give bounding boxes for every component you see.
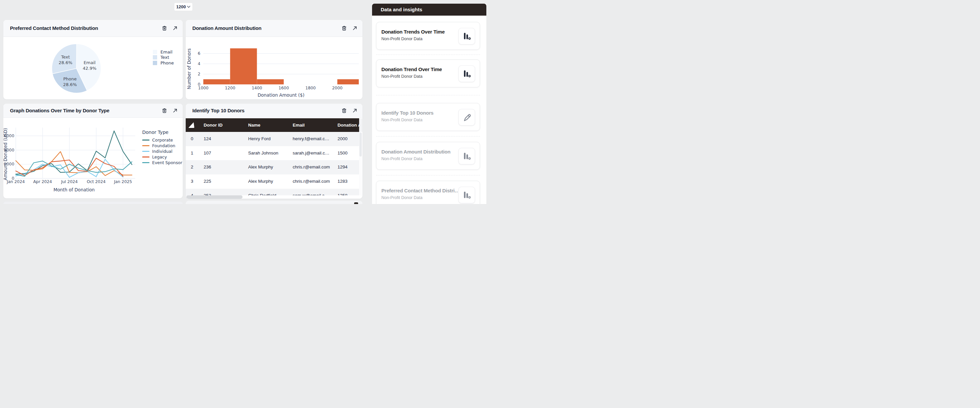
svg-text:1800: 1800	[305, 86, 316, 90]
expand-arrow-icon[interactable]	[172, 108, 178, 114]
legend-swatch	[153, 50, 157, 54]
svg-text:Oct 2024: Oct 2024	[87, 179, 106, 184]
line-legend: Donor Type CorporateFoundationIndividual…	[142, 129, 182, 166]
svg-text:Jan 2024: Jan 2024	[6, 179, 25, 184]
svg-text:Apr 2024: Apr 2024	[33, 179, 52, 184]
card-title: Identify Top 10 Donors	[186, 104, 363, 117]
svg-text:6: 6	[198, 51, 200, 56]
card-header: Preferred Contact Method Distribution	[3, 20, 183, 37]
trash-icon[interactable]	[341, 25, 347, 31]
svg-text:0: 0	[12, 176, 14, 181]
card-header: Donation Amount Distribution	[186, 20, 363, 37]
page-size-value: 1200	[177, 4, 186, 9]
edit-button[interactable]	[458, 109, 475, 126]
horizontal-scrollbar[interactable]	[186, 195, 362, 199]
legend-item: Phone	[153, 61, 174, 65]
insight-card-donation-trend[interactable]: Donation Trend Over Time Non-Profit Dono…	[376, 59, 480, 88]
legend-item: Email	[153, 49, 172, 54]
histogram-icon	[463, 32, 471, 41]
legend-item: Individual	[142, 148, 182, 154]
card-title: Preferred Contact Method Distribution	[3, 20, 183, 37]
legend-title: Donor Type	[142, 129, 182, 135]
legend-item: Foundation	[142, 143, 182, 148]
table-row[interactable]: 3 225 Alex Murphy chris.r@email.com 1283	[186, 174, 359, 189]
trash-icon[interactable]	[341, 108, 347, 114]
expand-arrow-icon[interactable]	[352, 25, 358, 31]
svg-text:2000: 2000	[332, 86, 342, 90]
column-header-donation-amount[interactable]: Donation Amount	[337, 118, 363, 132]
svg-text:Month of Donation: Month of Donation	[54, 187, 95, 192]
expand-arrow-icon[interactable]	[172, 25, 178, 31]
chart-type-button[interactable]	[458, 28, 475, 45]
line-chart-card: Graph Donations Over Time by Donor Type …	[3, 104, 183, 198]
table-row[interactable]: 1 107 Sarah Johnson sarah.j@email.c… 150…	[186, 146, 359, 161]
column-header-email[interactable]: Email	[293, 118, 305, 132]
chart-type-button[interactable]	[458, 148, 475, 164]
column-header-name[interactable]: Name	[248, 118, 261, 132]
page-size-select[interactable]: 1200	[174, 3, 192, 11]
pie-chart: Email42.9%Phone28.6%Text28.6%	[3, 37, 183, 99]
svg-text:1200: 1200	[225, 86, 235, 90]
legend-swatch	[153, 55, 157, 59]
card-header: Graph Donations Over Time by Donor Type	[3, 104, 183, 118]
insight-card-amount-distribution[interactable]: Donation Amount Distribution Non-Profit …	[376, 142, 480, 170]
trash-icon[interactable]	[161, 25, 167, 31]
card-header: Identify Top 10 Donors	[186, 104, 363, 118]
svg-text:Number of Donors: Number of Donors	[187, 48, 192, 89]
trash-icon[interactable]	[161, 108, 167, 114]
insight-card-contact-method[interactable]: Preferred Contact Method Distri… Non-Pro…	[376, 181, 480, 204]
expand-arrow-icon[interactable]	[352, 108, 358, 114]
svg-text:Amount Donated (USD): Amount Donated (USD)	[3, 128, 8, 180]
chevron-down-icon	[187, 6, 190, 8]
svg-text:1600: 1600	[278, 86, 289, 90]
table-row[interactable]: 0 124 Henry Ford henry.f@email.c… 2000	[186, 132, 359, 146]
donor-table-card: Identify Top 10 Donors Donor ID Name Ema…	[186, 104, 363, 199]
svg-text:4: 4	[198, 61, 200, 66]
partial-card-middle	[186, 201, 363, 204]
svg-text:1400: 1400	[252, 86, 262, 90]
chart-type-button[interactable]	[458, 65, 475, 82]
dashboard-page: 1200 Preferred Contact Method Distributi…	[0, 0, 490, 204]
svg-text:2: 2	[198, 72, 200, 76]
vertical-scrollbar[interactable]	[359, 132, 362, 196]
svg-text:Jul 2024: Jul 2024	[61, 179, 78, 184]
select-all-corner-icon[interactable]	[188, 122, 194, 128]
svg-text:Jan 2025: Jan 2025	[114, 179, 132, 184]
partial-trash-icon	[354, 202, 358, 204]
pencil-icon	[463, 113, 471, 122]
histogram-icon	[463, 69, 471, 78]
svg-text:Donation Amount ($): Donation Amount ($)	[258, 93, 305, 98]
histogram-icon	[463, 152, 471, 161]
svg-text:0: 0	[198, 82, 200, 87]
card-title: Graph Donations Over Time by Donor Type	[3, 104, 183, 117]
histogram-icon	[463, 191, 471, 199]
legend-item: Event Sponsor	[142, 160, 182, 166]
histogram-card: Donation Amount Distribution 10001200140…	[186, 20, 363, 99]
histogram-chart: 1000120014001600180020000246Number of Do…	[186, 37, 363, 99]
card-title: Donation Amount Distribution	[186, 20, 363, 37]
legend-item: Legacy	[142, 154, 182, 160]
column-header-donor-id[interactable]: Donor ID	[204, 118, 223, 132]
pie-chart-card: Preferred Contact Method Distribution Em…	[3, 20, 183, 99]
legend-item: Corporate	[142, 137, 182, 143]
insights-panel-header: Data and insights	[372, 4, 486, 16]
insight-card-top-donors[interactable]: Identify Top 10 Donors Non-Profit Donor …	[376, 103, 480, 131]
legend-item: Text	[153, 55, 169, 60]
insight-card-donation-trends[interactable]: Donation Trends Over Time Non-Profit Don…	[376, 22, 480, 50]
table-header-row: Donor ID Name Email Donation Amount	[186, 118, 359, 132]
table-row[interactable]: 2 236 Alex Murphy chris.r@email.com 1294	[186, 160, 359, 174]
chart-type-button[interactable]	[458, 187, 475, 203]
legend-swatch	[153, 61, 157, 65]
partial-card-left	[3, 202, 183, 204]
